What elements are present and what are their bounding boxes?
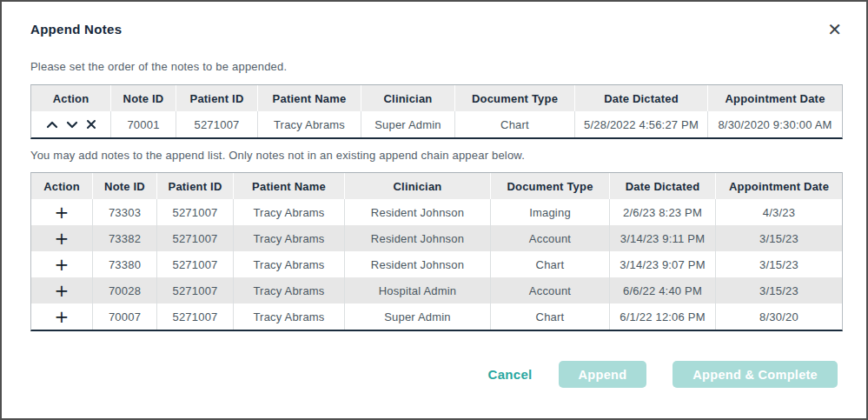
cell-date-dictated: 6/1/22 12:06 PM [609, 303, 715, 330]
cell-patient-name: Tracy Abrams [233, 225, 344, 251]
cell-note-id: 73380 [92, 251, 156, 277]
add-note-button[interactable]: + [55, 203, 70, 221]
remove-note-button[interactable] [85, 118, 97, 130]
add-note-button[interactable]: + [55, 308, 70, 325]
column-header-document-type: Document Type [490, 173, 609, 199]
cell-document-type: Account [490, 225, 609, 251]
column-header-patient-name: Patient Name [233, 173, 344, 199]
column-header-note-id: Note ID [110, 85, 176, 111]
modal-title: Append Notes [30, 22, 122, 37]
column-header-date-dictated: Date Dictated [574, 85, 707, 111]
close-icon[interactable]: ✕ [825, 19, 844, 40]
plus-icon: + [55, 306, 70, 327]
cell-clinician: Super Admin [361, 111, 454, 137]
table-row: +700075271007Tracy AbramsSuper AdminChar… [31, 303, 842, 330]
cell-date-dictated: 3/14/23 9:07 PM [609, 251, 715, 277]
plus-icon: + [55, 202, 70, 223]
cell-patient-id: 5271007 [156, 199, 233, 225]
cell-note-id: 73303 [92, 199, 156, 225]
cancel-button[interactable]: Cancel [488, 367, 533, 382]
column-header-patient-id: Patient ID [176, 85, 257, 111]
column-header-action: Action [31, 173, 92, 199]
cell-date-dictated: 2/6/23 8:23 PM [609, 199, 715, 225]
plus-icon: + [55, 228, 70, 249]
add-note-button[interactable]: + [55, 282, 70, 299]
chevron-up-icon [46, 121, 58, 129]
cell-document-type: Imaging [490, 199, 609, 225]
column-header-clinician: Clinician [344, 173, 490, 199]
column-header-appointment-date: Appointment Date [707, 85, 842, 111]
cell-patient-name: Tracy Abrams [233, 199, 344, 225]
append-order-table: ActionNote IDPatient IDPatient NameClini… [30, 84, 838, 139]
table-row: +733805271007Tracy AbramsResident Johnso… [31, 251, 842, 277]
cell-action: + [31, 251, 92, 277]
cell-appointment-date: 3/15/23 [715, 277, 842, 303]
order-instruction-text: Please set the order of the notes to be … [30, 60, 838, 73]
move-up-button[interactable] [45, 120, 59, 130]
table-row: +700285271007Tracy AbramsHospital AdminA… [31, 277, 842, 303]
cell-action: + [31, 303, 92, 330]
move-down-button[interactable] [65, 120, 79, 130]
remove-icon [86, 119, 96, 130]
add-instruction-text: You may add notes to the append list. On… [30, 149, 838, 162]
cell-patient-name: Tracy Abrams [233, 251, 344, 277]
table-row: 700015271007Tracy AbramsSuper AdminChart… [31, 111, 842, 137]
cell-patient-name: Tracy Abrams [233, 303, 344, 330]
cell-action: + [31, 225, 92, 251]
chevron-down-icon [66, 121, 78, 129]
column-header-note-id: Note ID [92, 173, 156, 199]
cell-appointment-date: 8/30/20 [715, 303, 842, 330]
cell-patient-id: 5271007 [156, 303, 233, 330]
modal-header: Append Notes [30, 22, 838, 37]
column-header-patient-name: Patient Name [257, 85, 361, 111]
column-header-date-dictated: Date Dictated [609, 173, 715, 199]
cell-date-dictated: 6/6/22 4:40 PM [609, 277, 715, 303]
plus-icon: + [55, 254, 70, 275]
cell-appointment-date: 3/15/23 [715, 225, 842, 251]
column-header-patient-id: Patient ID [156, 173, 233, 199]
cell-clinician: Hospital Admin [344, 277, 490, 303]
cell-date-dictated: 5/28/2022 4:56:27 PM [574, 111, 707, 137]
cell-action: + [31, 199, 92, 225]
cell-clinician: Resident Johnson [344, 225, 490, 251]
cell-date-dictated: 3/14/23 9:11 PM [609, 225, 715, 251]
cell-note-id: 70001 [110, 111, 176, 137]
cell-patient-name: Tracy Abrams [257, 111, 361, 137]
cell-action [31, 111, 110, 137]
cell-note-id: 73382 [92, 225, 156, 251]
cell-appointment-date: 4/3/23 [715, 199, 842, 225]
cell-document-type: Chart [490, 251, 609, 277]
cell-clinician: Resident Johnson [344, 199, 490, 225]
cell-document-type: Chart [490, 303, 609, 330]
modal-footer: Cancel Append Append & Complete [30, 361, 838, 388]
cell-patient-id: 5271007 [176, 111, 257, 137]
cell-patient-id: 5271007 [156, 251, 233, 277]
append-notes-modal: { "modal": { "title": "Append Notes" }, … [0, 0, 868, 420]
cell-clinician: Resident Johnson [344, 251, 490, 277]
cell-document-type: Account [490, 277, 609, 303]
cell-note-id: 70007 [92, 303, 156, 330]
cell-action: + [31, 277, 92, 303]
cell-patient-id: 5271007 [156, 277, 233, 303]
plus-icon: + [55, 280, 70, 301]
column-header-document-type: Document Type [454, 85, 574, 111]
header-row: ActionNote IDPatient IDPatient NameClini… [31, 173, 842, 199]
cell-appointment-date: 3/15/23 [715, 251, 842, 277]
append-complete-button[interactable]: Append & Complete [673, 361, 838, 388]
cell-appointment-date: 8/30/2020 9:30:00 AM [707, 111, 842, 137]
table-row: +733825271007Tracy AbramsResident Johnso… [31, 225, 842, 251]
notes-table: ActionNote IDPatient IDPatient NameClini… [30, 172, 843, 331]
add-note-button[interactable]: + [55, 256, 70, 273]
notes-table: ActionNote IDPatient IDPatient NameClini… [30, 84, 843, 139]
table-row: +733035271007Tracy AbramsResident Johnso… [31, 199, 842, 225]
cell-note-id: 70028 [92, 277, 156, 303]
column-header-clinician: Clinician [361, 85, 454, 111]
cell-patient-id: 5271007 [156, 225, 233, 251]
header-row: ActionNote IDPatient IDPatient NameClini… [31, 85, 842, 111]
column-header-appointment-date: Appointment Date [715, 173, 842, 199]
add-note-button[interactable]: + [55, 230, 70, 247]
append-button[interactable]: Append [559, 361, 647, 388]
cell-clinician: Super Admin [344, 303, 490, 330]
cell-document-type: Chart [454, 111, 574, 137]
column-header-action: Action [31, 85, 110, 111]
